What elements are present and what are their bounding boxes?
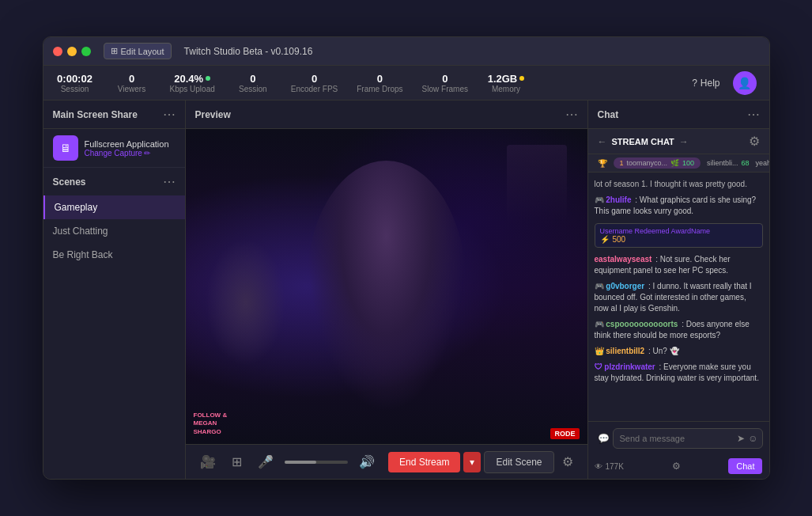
video-content: FOLLOW &MEGANSHARGO RODE	[186, 129, 587, 444]
chat-input-area: 💬 ➤ ☺	[588, 421, 769, 455]
chat-nav-left[interactable]: ←	[598, 136, 607, 147]
scene-item-just-chatting[interactable]: Just Chatting	[43, 219, 185, 243]
preview-more-icon[interactable]: ⋯	[565, 107, 578, 122]
fullscreen-button[interactable]	[81, 47, 91, 56]
stat-frame-drops: 0 Frame Drops	[357, 73, 402, 93]
video-logo: RODE	[550, 429, 579, 438]
chat-messages: lot of season 1. I thought it was pretty…	[588, 173, 769, 421]
stats-right: ? Help 👤	[692, 71, 756, 95]
twitch-icon: 💬	[598, 433, 610, 444]
scenes-more-icon[interactable]: ⋯	[163, 174, 176, 189]
viewers-bar: 🏆 1 toomanyco... 🌿 100 silientbli... 68 …	[588, 154, 769, 173]
question-icon: ?	[692, 78, 697, 89]
chat-message-6: 👑 silientbill2 : Un? 👻	[595, 346, 763, 357]
change-capture-button[interactable]: Change Capture ✏	[85, 149, 176, 157]
upload-indicator	[206, 76, 210, 81]
speaker-button[interactable]: 🔊	[354, 451, 380, 472]
chat-header: Chat ⋯	[588, 101, 769, 129]
app-window: ⊞ Edit Layout Twitch Studio Beta - v0.10…	[43, 36, 770, 480]
person-silhouette	[306, 161, 466, 412]
mic-button[interactable]: 🎤	[253, 451, 278, 472]
stat-timer: 0:00:02 Session	[56, 73, 94, 93]
main-content: Main Screen Share ⋯ 🖥 Fullscreen Applica…	[43, 101, 769, 479]
chat-nav-right[interactable]: →	[679, 136, 689, 147]
right-panel: Chat ⋯ ← STREAM CHAT → ⚙ 🏆 1 toomanyco..…	[587, 101, 769, 479]
top-viewer-3: yeahnoo... 50	[756, 159, 769, 167]
equipment-left	[206, 239, 286, 365]
stats-bar: 0:00:02 Session 0 Viewers 20.4% Kbps Upl…	[43, 66, 769, 101]
user-avatar[interactable]: 👤	[733, 71, 757, 95]
video-overlay-text: FOLLOW &MEGANSHARGO	[194, 412, 228, 436]
minimize-button[interactable]	[67, 47, 77, 56]
stat-memory: 1.2GB Memory	[487, 73, 525, 93]
bottom-controls: 🎥 ⊞ 🎤 🔊 End Stream ▾ Edit Scene ⚙	[186, 444, 587, 479]
stat-kbps-session: 0 Session	[234, 73, 272, 93]
chat-message-0: lot of season 1. I thought it was pretty…	[595, 179, 763, 190]
chat-more-icon[interactable]: ⋯	[747, 107, 760, 122]
scenes-header: Scenes ⋯	[43, 168, 185, 195]
preview-area: FOLLOW &MEGANSHARGO RODE	[186, 129, 587, 444]
scene-item-be-right-back[interactable]: Be Right Back	[43, 243, 185, 267]
end-stream-button[interactable]: End Stream	[388, 452, 460, 472]
top-viewer-1: 1 toomanyco... 🌿 100	[614, 157, 701, 169]
stream-chat-nav: ← STREAM CHAT →	[598, 136, 689, 147]
stat-slow-frames: 0 Slow Frames	[422, 73, 468, 93]
app-title: Twitch Studio Beta - v0.109.16	[184, 46, 313, 57]
stat-upload: 20.4% Kbps Upload	[170, 73, 215, 93]
capture-item: 🖥 Fullscreen Application Change Capture …	[43, 129, 185, 168]
pencil-icon: ✏	[144, 149, 150, 157]
left-panel: Main Screen Share ⋯ 🖥 Fullscreen Applica…	[43, 101, 186, 479]
chat-message-4: 🎮 g0vborger : I dunno. It wasnt really t…	[595, 281, 763, 314]
chat-send-icon[interactable]: ➤	[737, 433, 745, 444]
viewer-count-icon: 👁	[595, 462, 602, 471]
capture-icon: 🖥	[53, 135, 78, 161]
equipment-right	[507, 145, 567, 224]
chat-settings-icon[interactable]: ⚙	[749, 134, 760, 149]
edit-scene-button[interactable]: Edit Scene	[484, 451, 553, 473]
volume-fill	[285, 461, 316, 464]
top-viewer-2: silientbli... 68	[707, 159, 750, 167]
traffic-lights	[53, 47, 91, 56]
username-redeem: Username Redeemed AwardName ⚡ 500	[595, 223, 763, 248]
layout-icon: ⊞	[111, 46, 118, 56]
volume-bar[interactable]	[285, 461, 348, 464]
end-stream-dropdown[interactable]: ▾	[463, 452, 481, 472]
preview-header: Preview ⋯	[186, 101, 587, 129]
scene-item-gameplay[interactable]: Gameplay	[43, 195, 185, 219]
help-button[interactable]: ? Help	[692, 78, 719, 89]
capture-info: Fullscreen Application Change Capture ✏	[85, 139, 176, 157]
viewer-count: 👁 177K	[595, 462, 624, 471]
chat-message-7: 🛡 plzdrinkwater : Everyone make sure you…	[595, 362, 763, 384]
memory-indicator	[519, 76, 524, 81]
center-panel: Preview ⋯ FOLLOW &MEGANSHARGO RODE	[186, 101, 587, 479]
screen-share-more-icon[interactable]: ⋯	[163, 107, 176, 122]
stat-encoder-fps: 0 Encoder FPS	[291, 73, 338, 93]
main-screen-share-header: Main Screen Share ⋯	[43, 101, 185, 129]
title-bar: ⊞ Edit Layout Twitch Studio Beta - v0.10…	[43, 37, 769, 66]
stat-viewers: 0 Viewers	[113, 73, 151, 93]
edit-layout-button[interactable]: ⊞ Edit Layout	[104, 43, 172, 59]
chat-send-button[interactable]: Chat	[728, 458, 762, 474]
chat-message-5: 🎮 cspoooooooooorts : Does anyone else th…	[595, 319, 763, 341]
chat-message-1: 🎮 2hulife : What graphics card is she us…	[595, 195, 763, 217]
bottom-settings-icon[interactable]: ⚙	[557, 451, 578, 472]
chat-emoji-icon[interactable]: ☺	[748, 433, 757, 444]
chat-footer-settings-icon[interactable]: ⚙	[672, 461, 681, 472]
stream-chat-bar: ← STREAM CHAT → ⚙	[588, 129, 769, 154]
scene-list: Gameplay Just Chatting Be Right Back	[43, 195, 185, 479]
chat-message-3: eastalwayseast : Not sure. Check her equ…	[595, 254, 763, 276]
close-button[interactable]	[53, 47, 62, 56]
stream-controls: End Stream ▾ Edit Scene ⚙	[388, 451, 577, 473]
camera-button[interactable]: 🎥	[195, 451, 221, 472]
layout-button[interactable]: ⊞	[227, 451, 247, 472]
chat-input-wrapper: 💬 ➤ ☺	[595, 428, 763, 449]
chat-footer: 👁 177K ⚙ Chat	[588, 455, 769, 479]
